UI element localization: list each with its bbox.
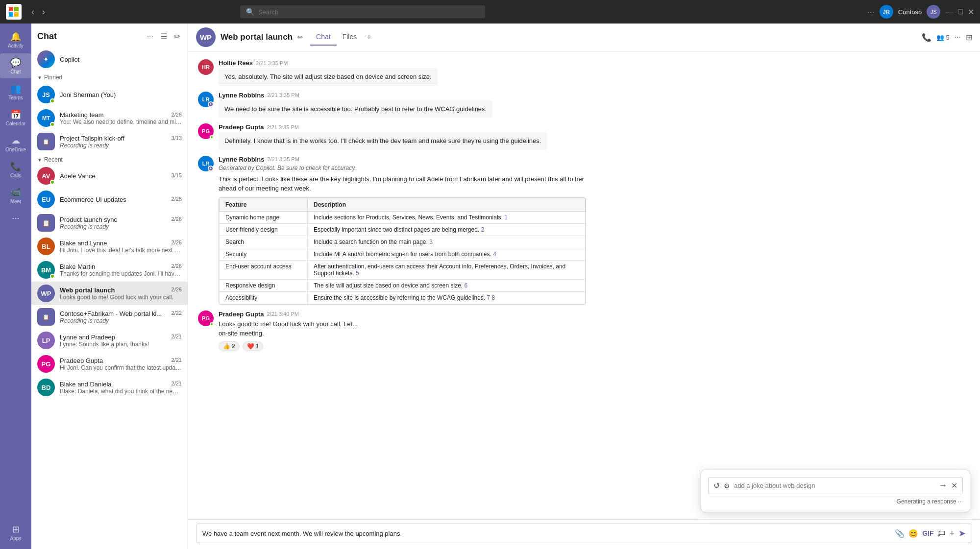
nav-item-calls[interactable]: 📞 Calls xyxy=(0,157,31,182)
chat-name-blake-daniela: Blake and Daniela xyxy=(60,381,112,388)
sidebar-item-adele[interactable]: AV Adele Vance 3/15 xyxy=(31,164,188,188)
sidebar-item-contoso-fabrikam[interactable]: 📋 Contoso+Fabrikam - Web portal ki... 2/… xyxy=(31,305,188,329)
chat-name-blake-martin: Blake Martin xyxy=(60,263,95,270)
reactions-area: 👍2 ❤️1 xyxy=(219,341,358,351)
chat-name-marketing: Marketing team xyxy=(60,111,104,119)
sidebar-item-pradeep[interactable]: PG Pradeep Gupta 2/21 Hi Joni. Can you c… xyxy=(31,352,188,376)
notification-icon[interactable]: JR xyxy=(880,5,893,19)
call-button[interactable]: 📞 xyxy=(922,33,931,42)
sidebar-item-joni[interactable]: JS Joni Sherman (You) xyxy=(31,83,188,106)
copilot-input[interactable] xyxy=(734,482,934,489)
nav-item-more[interactable]: ··· xyxy=(0,209,31,227)
chat-preview-tailspin: Recording is ready xyxy=(60,142,182,149)
table-row: Dynamic home page Include sections for P… xyxy=(220,211,586,223)
sidebar-item-ecommerce[interactable]: EU Ecommerce UI updates 2/28 xyxy=(31,188,188,211)
header-apps-button[interactable]: ⊞ xyxy=(966,33,972,42)
reaction-thumbs-up[interactable]: 👍2 xyxy=(219,341,240,351)
copilot-close-button[interactable]: ✕ xyxy=(951,481,957,490)
maximize-button[interactable]: □ xyxy=(958,7,963,16)
chat-preview-blake-daniela: Blake: Daniela, what did you think of th… xyxy=(60,388,182,395)
back-button[interactable]: ‹ xyxy=(29,5,36,19)
sidebar-item-blake-lynne[interactable]: BL Blake and Lynne 2/26 Hi Joni. I love … xyxy=(31,235,188,258)
pinned-section-header[interactable]: ▼ Pinned xyxy=(31,72,188,83)
copilot-refresh-button[interactable]: ↺ xyxy=(713,481,720,490)
table-row: Accessibility Ensure the site is accessi… xyxy=(220,291,586,304)
chat-preview-blake-martin: Thanks for sending the updates Joni. I'l… xyxy=(60,270,182,277)
chat-name-blake-lynne: Blake and Lynne xyxy=(60,239,107,247)
nav-item-meet[interactable]: 📹 Meet xyxy=(0,183,31,208)
org-name: Contoso xyxy=(898,8,922,16)
copilot-item[interactable]: ✦ Copilot xyxy=(31,47,188,72)
feature-table-wrap: Feature Description Dynamic home page In… xyxy=(219,197,586,305)
sidebar-item-lynne-pradeep[interactable]: LP Lynne and Pradeep 2/21 Lynne: Sounds … xyxy=(31,329,188,352)
status-dot-pradeep-1 xyxy=(210,135,214,139)
forward-button[interactable]: › xyxy=(40,5,47,19)
tab-files[interactable]: Files xyxy=(337,29,363,46)
sidebar-filter-button[interactable]: ☰ xyxy=(159,30,169,43)
status-dot-pradeep-2 xyxy=(210,322,214,326)
nav-item-chat[interactable]: 💬 Chat xyxy=(0,53,31,78)
close-button[interactable]: ✕ xyxy=(968,7,974,17)
minimize-button[interactable]: — xyxy=(945,7,953,16)
msg-time-lynne-2: 2/21 3:35 PM xyxy=(267,156,299,162)
user-avatar[interactable]: JS xyxy=(927,5,940,19)
message-row-pradeep-2: PG Pradeep Gupta 2/21 3:40 PM Looks good… xyxy=(198,310,970,351)
pinned-triangle-icon: ▼ xyxy=(37,75,42,80)
chat-name-pradeep: Pradeep Gupta xyxy=(60,357,103,364)
copilot-send-button[interactable]: → xyxy=(938,480,947,491)
msg-content-lynne-2: Lynne Robbins 2/21 3:35 PM Generated by … xyxy=(219,156,970,305)
search-input[interactable] xyxy=(258,8,479,16)
nav-item-teams[interactable]: 👥 Teams xyxy=(0,79,31,104)
sidebar-item-product-launch[interactable]: 📋 Product launch sync 2/26 Recording is … xyxy=(31,211,188,235)
sidebar-item-blake-daniela[interactable]: BD Blake and Daniela 2/21 Blake: Daniela… xyxy=(31,376,188,399)
compose-add-button[interactable]: + xyxy=(949,528,955,539)
nav-item-activity[interactable]: 🔔 Activity xyxy=(0,27,31,52)
chat-name-joni: Joni Sherman (You) xyxy=(60,91,116,98)
msg-content-lynne-1: Lynne Robbins 2/21 3:35 PM We need to be… xyxy=(219,92,492,118)
avatar-ecommerce: EU xyxy=(37,191,55,208)
nav-item-apps[interactable]: ⊞ Apps xyxy=(0,520,31,545)
compose-emoji-button[interactable]: 😊 xyxy=(908,529,918,538)
compose-send-button[interactable]: ➤ xyxy=(958,528,966,539)
chat-edit-button[interactable]: ✏ xyxy=(297,33,303,41)
compose-attach-button[interactable]: 📎 xyxy=(895,529,905,538)
chat-header-avatar: WP xyxy=(196,27,216,47)
participants-indicator[interactable]: 👥 5 xyxy=(936,34,949,41)
compose-sticker-button[interactable]: 🏷 xyxy=(937,529,945,538)
chat-preview-web-portal: Looks good to me! Good luck with your ca… xyxy=(60,294,182,301)
sidebar-item-web-portal[interactable]: WP Web portal launch 2/26 Looks good to … xyxy=(31,282,188,305)
chat-date-contoso-fabrikam: 2/22 xyxy=(172,310,182,317)
sidebar-compose-button[interactable]: ✏ xyxy=(172,30,182,43)
header-more-button[interactable]: ··· xyxy=(955,33,961,42)
recent-section-header[interactable]: ▼ Recent xyxy=(31,153,188,164)
sidebar-item-marketing[interactable]: MT Marketing team 2/26 You: We also need… xyxy=(31,106,188,130)
msg-time-lynne-1: 2/21 3:35 PM xyxy=(267,92,299,98)
chat-name-tailspin: Project Tailspin kick-off xyxy=(60,135,124,142)
msg-sender-lynne-2: Lynne Robbins xyxy=(219,156,264,163)
chat-name-product-launch: Product launch sync xyxy=(60,216,117,223)
msg-time-pradeep-2: 2/21 3:40 PM xyxy=(267,311,298,317)
avatar-blake-lynne: BL xyxy=(37,238,55,255)
sidebar-more-button[interactable]: ··· xyxy=(146,31,155,43)
avatar-pradeep: PG xyxy=(37,355,55,373)
avatar-tailspin: 📋 xyxy=(37,133,55,150)
nav-item-onedrive[interactable]: ☁ OneDrive xyxy=(0,131,31,156)
nav-item-calendar[interactable]: 📅 Calendar xyxy=(0,105,31,130)
more-options-icon[interactable]: ··· xyxy=(867,7,875,17)
copilot-generating-text: Generating a response ··· xyxy=(708,498,963,505)
msg-intro: This is perfect. Looks like these are th… xyxy=(219,174,586,193)
sidebar-item-blake-martin[interactable]: BM Blake Martin 2/26 Thanks for sending … xyxy=(31,258,188,282)
add-tab-button[interactable]: + xyxy=(363,29,375,46)
copilot-settings-button[interactable]: ⚙ xyxy=(724,482,730,490)
chat-header-name: Web portal launch xyxy=(220,32,293,42)
sidebar-item-tailspin[interactable]: 📋 Project Tailspin kick-off 3/13 Recordi… xyxy=(31,130,188,153)
chat-preview-pradeep: Hi Joni. Can you confirm that the latest… xyxy=(60,364,182,371)
ms-logo xyxy=(6,4,22,20)
copilot-badge-lynne-2: ✦ xyxy=(208,166,214,171)
compose-gif-button[interactable]: GIF xyxy=(922,529,933,537)
copilot-badge-lynne: ✦ xyxy=(208,101,214,107)
reaction-heart[interactable]: ❤️1 xyxy=(243,341,264,351)
chat-preview-contoso-fabrikam: Recording is ready xyxy=(60,317,182,324)
tab-chat[interactable]: Chat xyxy=(310,29,337,46)
recent-triangle-icon: ▼ xyxy=(37,157,42,163)
